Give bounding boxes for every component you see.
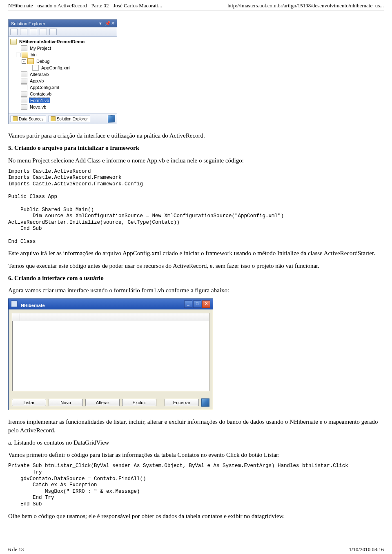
alterar-button[interactable]: Alterar: [85, 399, 120, 406]
nhibernate-window: NHibernate _ □ ✕ Listar Novo Alterar Exc…: [8, 298, 213, 410]
tab-data-sources[interactable]: Data Sources: [10, 116, 46, 122]
window-titlebar: NHibernate _ □ ✕: [9, 299, 213, 309]
toolbar-button[interactable]: [30, 29, 37, 35]
tab-label: Data Sources: [19, 117, 44, 121]
tree-expander: [16, 47, 20, 50]
footer-date: 1/10/2010 08:16: [349, 546, 384, 553]
paragraph: a. Listando os contatos no DataGridView: [8, 438, 384, 447]
vb-icon: [21, 104, 27, 110]
page-footer: 6 de 13 1/10/2010 08:16: [8, 545, 384, 554]
tree-label: NHibernateActiveRecordDemo: [18, 39, 85, 44]
tree-expander: [27, 66, 31, 70]
encerrar-button[interactable]: Encerrar: [165, 399, 199, 406]
vb-icon: [21, 78, 27, 84]
toolbar-button[interactable]: [49, 29, 57, 35]
tree-item[interactable]: Form1.vb: [10, 97, 115, 104]
close-icon[interactable]: ✕: [111, 21, 114, 26]
tree-label: Debug: [36, 59, 50, 64]
tree-expander: [16, 92, 20, 96]
toolbar-button[interactable]: [20, 29, 27, 35]
tree-expander: [16, 86, 20, 89]
app-icon: [11, 300, 18, 307]
solution-explorer-toolbar: [9, 27, 117, 37]
data-sources-icon: [13, 116, 18, 121]
solution-explorer-icon: [51, 116, 56, 121]
tree-item[interactable]: AppConfig.xml: [10, 84, 115, 91]
tree-expander[interactable]: -: [16, 53, 20, 57]
tree-label-selected: Form1.vb: [29, 98, 50, 103]
tree-label: AppConfig.xml: [29, 85, 60, 90]
tree-item[interactable]: Alterar.vb: [10, 71, 115, 78]
code-block-app: Imports Castle.ActiveRecord Imports Cast…: [8, 169, 384, 245]
datagridview[interactable]: [12, 313, 209, 391]
novo-button[interactable]: Novo: [49, 399, 83, 406]
tree-expander[interactable]: -: [22, 59, 26, 64]
window-title: NHibernate: [21, 303, 45, 308]
vb-icon: [21, 98, 27, 103]
tree-item[interactable]: Novo.vb: [10, 104, 115, 110]
xml-icon: [32, 65, 39, 71]
panel-title-icons: ▾ 📌 ✕: [97, 21, 114, 26]
tree-label: AppConfig.xml: [40, 65, 71, 70]
window-body: Listar Novo Alterar Excluir Encerrar: [9, 309, 213, 410]
tree-item[interactable]: My Project: [10, 45, 115, 51]
project-icon: [10, 39, 17, 44]
paragraph: Vamos partir para a criação da interface…: [8, 131, 384, 140]
toolbar-button[interactable]: [10, 29, 18, 35]
listar-button[interactable]: Listar: [12, 399, 46, 406]
tree-label: Alterar.vb: [29, 72, 49, 77]
pin-icon[interactable]: 📌: [105, 21, 108, 26]
cube-icon: [201, 398, 209, 407]
page-header: NHibernate - usando o ActiveRecord - Par…: [8, 0, 384, 11]
paragraph: Temos que executar este código antes de …: [8, 262, 384, 270]
tab-label: Solution Explorer: [57, 117, 88, 121]
cube-icon: [108, 115, 115, 122]
tree-item[interactable]: Contato.vb: [10, 91, 115, 97]
solution-explorer-tabs: Data Sources Solution Explorer: [9, 113, 117, 124]
toolbar-button[interactable]: [40, 29, 47, 35]
code-block-listar: Private Sub btnListar_Click(ByVal sender…: [8, 463, 384, 507]
solution-explorer-title: Solution Explorer: [11, 21, 45, 26]
section-heading: 5. Criando o arquivo para inicializar o …: [8, 144, 384, 152]
tree-expander: [16, 79, 20, 83]
tree-item[interactable]: App.vb: [10, 78, 115, 84]
paragraph: No menu Project selecione Add Class e in…: [8, 156, 384, 165]
button-row: Listar Novo Alterar Excluir Encerrar: [12, 398, 209, 407]
paragraph: Vamos primeiro definir o código para lis…: [8, 451, 384, 459]
solution-tree: NHibernateActiveRecordDemo My Project - …: [9, 37, 117, 113]
solution-explorer-panel: Solution Explorer ▾ 📌 ✕ NHibernateActive…: [8, 19, 117, 124]
footer-page: 6 de 13: [8, 546, 24, 553]
paragraph: Este arquivo irá ler as informações do a…: [8, 249, 384, 257]
dropdown-icon[interactable]: ▾: [99, 21, 102, 26]
header-right: http://imasters.uol.com.br/artigo/15198/…: [227, 2, 384, 9]
tree-expander: [16, 99, 20, 102]
grid-corner: [12, 314, 20, 321]
tree-expander: [16, 73, 20, 76]
paragraph: Olhe bem o código que usamos; ele é resp…: [8, 512, 384, 520]
section-heading: 6. Criando a interface com o usuário: [8, 274, 384, 282]
paragraph: Iremos implementar as funcionalidades de…: [8, 418, 384, 434]
grid-header: [12, 313, 209, 321]
tree-label: App.vb: [29, 78, 45, 83]
folder-icon: [27, 58, 34, 64]
minimize-button[interactable]: _: [184, 300, 192, 308]
folder-icon: [22, 52, 28, 58]
close-button[interactable]: ✕: [202, 300, 210, 308]
tree-project-node[interactable]: NHibernateActiveRecordDemo: [10, 38, 115, 45]
tab-solution-explorer[interactable]: Solution Explorer: [48, 116, 90, 122]
tree-item[interactable]: AppConfig.xml: [10, 65, 115, 71]
maximize-button[interactable]: □: [193, 300, 201, 308]
xml-icon: [21, 85, 27, 90]
header-left: NHibernate - usando o ActiveRecord - Par…: [8, 2, 162, 9]
vb-icon: [21, 71, 27, 77]
tree-item[interactable]: - Debug: [10, 58, 115, 65]
tree-label: bin: [30, 52, 38, 57]
excluir-button[interactable]: Excluir: [122, 399, 156, 406]
file-icon: [21, 45, 27, 51]
tree-label: My Project: [29, 46, 52, 51]
tree-label: Contato.vb: [29, 91, 52, 96]
solution-explorer-titlebar: Solution Explorer ▾ 📌 ✕: [9, 20, 117, 27]
tree-item[interactable]: - bin: [10, 51, 115, 58]
vb-icon: [21, 91, 27, 97]
paragraph: Agora vamos criar uma interface usando o…: [8, 286, 384, 294]
